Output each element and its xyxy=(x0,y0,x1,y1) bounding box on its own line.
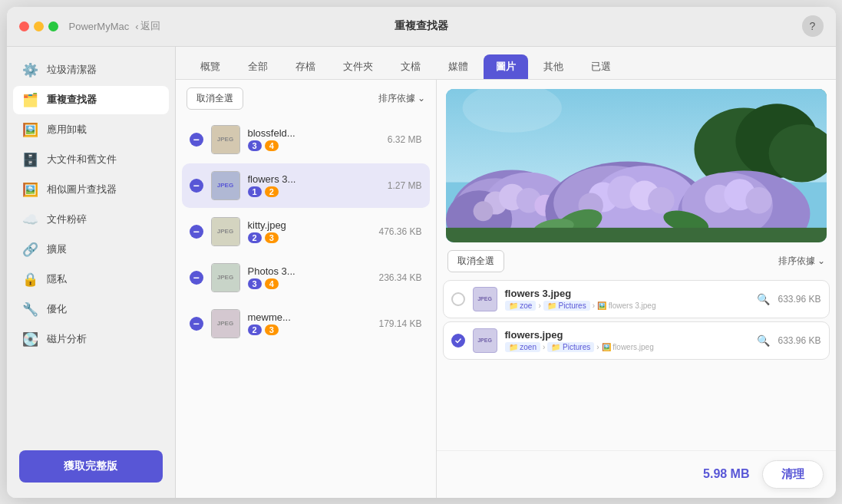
get-full-version-button[interactable]: 獲取完整版 xyxy=(19,450,163,483)
path-folder-icon: 📁 zoe xyxy=(505,301,537,311)
deselect-item-button[interactable]: − xyxy=(190,317,203,331)
detail-file-path: 📁 zoe › 📁 Pictures › 🖼️ flowers 3.jpeg xyxy=(505,301,750,311)
file-badges: 3 4 xyxy=(248,140,380,151)
minimize-button[interactable] xyxy=(34,21,44,31)
sidebar-item-label: 隱私 xyxy=(47,272,67,286)
tab-all[interactable]: 全部 xyxy=(236,54,280,79)
sidebar-item-duplicate[interactable]: 🗂️ 重複查找器 xyxy=(13,86,169,114)
detail-file-info: flowers.jpeg 📁 zoen › 📁 Pictures › 🖼️ fl… xyxy=(505,329,750,352)
tab-selected[interactable]: 已選 xyxy=(579,54,623,79)
detail-file-info: flowers 3.jpeg 📁 zoe › 📁 Pictures › 🖼️ f… xyxy=(505,288,750,311)
file-thumbnail: JPEG xyxy=(211,217,240,246)
badge-count: 2 xyxy=(248,232,262,243)
sidebar: ⚙️ 垃圾清潔器 🗂️ 重複查找器 🖼️ 應用卸載 🗄️ 大文件和舊文件 🖼️ … xyxy=(7,47,176,498)
detail-file-name: flowers 3.jpeg xyxy=(505,288,750,299)
traffic-lights xyxy=(19,21,58,31)
file-badges: 2 3 xyxy=(248,232,371,243)
detail-file-path: 📁 zoen › 📁 Pictures › 🖼️ flowers.jpeg xyxy=(505,342,750,352)
preview-image xyxy=(446,89,827,242)
list-item[interactable]: − JPEG mewme... 2 3 179. xyxy=(182,301,430,346)
detail-list: JPEG flowers 3.jpeg 📁 zoe › 📁 Pictures ›… xyxy=(437,280,836,450)
detail-item[interactable]: JPEG flowers.jpeg 📁 zoen › 📁 Pictures › … xyxy=(443,321,830,360)
sidebar-item-privacy[interactable]: 🔒 隱私 xyxy=(13,265,169,294)
detail-checkbox[interactable] xyxy=(451,292,465,306)
sidebar-item-trash[interactable]: ⚙️ 垃圾清潔器 xyxy=(13,56,169,84)
preview-footer: 5.98 MB 清理 xyxy=(437,450,836,498)
path-file: 🖼️ flowers.jpeg xyxy=(602,343,654,351)
sidebar-item-extensions[interactable]: 🔗 擴展 xyxy=(13,236,169,264)
badge-count: 2 xyxy=(248,324,262,335)
help-button[interactable]: ? xyxy=(802,15,824,37)
tab-archive[interactable]: 存檔 xyxy=(283,54,328,79)
tab-doc[interactable]: 文檔 xyxy=(388,54,433,79)
detail-checkbox[interactable] xyxy=(451,334,465,348)
detail-file-size: 633.96 KB xyxy=(778,335,821,346)
tab-folder[interactable]: 文件夾 xyxy=(331,54,385,79)
deselect-all-button[interactable]: 取消全選 xyxy=(187,87,243,110)
deselect-item-button[interactable]: − xyxy=(190,225,203,239)
list-item[interactable]: − JPEG kitty.jpeg 2 3 47 xyxy=(182,209,430,254)
sort-button[interactable]: 排序依據 ⌄ xyxy=(378,92,425,105)
path-file: 🖼️ flowers 3.jpeg xyxy=(597,301,655,310)
duplicate-icon: 🗂️ xyxy=(22,92,39,108)
shred-icon: ☁️ xyxy=(22,212,39,228)
file-badges: 3 4 xyxy=(248,278,371,289)
sidebar-item-optimize[interactable]: 🔧 優化 xyxy=(13,295,169,324)
detail-item[interactable]: JPEG flowers 3.jpeg 📁 zoe › 📁 Pictures ›… xyxy=(443,280,830,318)
deselect-item-button[interactable]: − xyxy=(190,271,203,285)
file-name: blossfeld... xyxy=(248,127,380,139)
tab-other[interactable]: 其他 xyxy=(531,54,576,79)
main-content: ⚙️ 垃圾清潔器 🗂️ 重複查找器 🖼️ 應用卸載 🗄️ 大文件和舊文件 🖼️ … xyxy=(7,47,836,498)
titlebar: PowerMyMac ‹ 返回 重複查找器 ? xyxy=(7,7,836,47)
preview-deselect-all-button[interactable]: 取消全選 xyxy=(447,250,504,272)
file-thumbnail: JPEG xyxy=(211,309,240,338)
detail-file-thumbnail: JPEG xyxy=(473,328,497,353)
magnify-icon[interactable]: 🔍 xyxy=(757,334,770,347)
file-badges: 1 2 xyxy=(248,186,380,197)
file-size: 179.14 KB xyxy=(378,318,421,329)
total-size: 5.98 MB xyxy=(703,467,749,481)
badge-count: 3 xyxy=(248,140,262,151)
file-size: 236.34 KB xyxy=(378,272,421,283)
tab-overview[interactable]: 概覽 xyxy=(188,54,233,79)
svg-point-26 xyxy=(745,187,772,214)
file-size: 1.27 MB xyxy=(388,180,422,191)
preview-sort-button[interactable]: 排序依據 ⌄ xyxy=(778,255,825,268)
file-info: Photos 3... 3 4 xyxy=(248,265,371,289)
sidebar-item-disk[interactable]: 💽 磁片分析 xyxy=(13,325,169,354)
sidebar-item-label: 文件粉碎 xyxy=(47,212,87,226)
deselect-item-button[interactable]: − xyxy=(190,133,203,147)
tab-media[interactable]: 媒體 xyxy=(436,54,480,79)
detail-file-thumbnail: JPEG xyxy=(473,287,497,311)
sidebar-item-large[interactable]: 🗄️ 大文件和舊文件 xyxy=(13,146,169,174)
sidebar-item-shred[interactable]: ☁️ 文件粉碎 xyxy=(13,206,169,234)
list-item[interactable]: − JPEG blossfeld... 3 4 xyxy=(182,117,430,162)
maximize-button[interactable] xyxy=(48,21,58,31)
deselect-item-button[interactable]: − xyxy=(190,179,203,193)
file-badges: 2 3 xyxy=(248,324,371,335)
sidebar-item-label: 大文件和舊文件 xyxy=(47,153,117,166)
sidebar-item-uninstall[interactable]: 🖼️ 應用卸載 xyxy=(13,116,169,144)
file-list: − JPEG blossfeld... 3 4 xyxy=(176,117,436,498)
badge-total: 4 xyxy=(265,278,279,289)
file-size: 476.36 KB xyxy=(378,226,421,237)
badge-total: 3 xyxy=(265,324,279,335)
tab-image[interactable]: 圖片 xyxy=(484,54,528,79)
sidebar-item-label: 相似圖片查找器 xyxy=(47,183,117,196)
detail-file-size: 633.96 KB xyxy=(778,294,821,305)
clean-button[interactable]: 清理 xyxy=(762,460,824,489)
uninstall-icon: 🖼️ xyxy=(22,122,39,138)
magnify-icon[interactable]: 🔍 xyxy=(757,293,770,305)
list-item[interactable]: − JPEG flowers 3... 1 2 xyxy=(182,163,430,208)
back-button[interactable]: ‹ 返回 xyxy=(135,19,160,33)
file-info: blossfeld... 3 4 xyxy=(248,127,380,151)
file-thumbnail: JPEG xyxy=(211,263,240,292)
sidebar-item-label: 磁片分析 xyxy=(47,332,87,346)
path-pictures-folder: 📁 Pictures xyxy=(547,342,594,352)
close-button[interactable] xyxy=(19,21,29,31)
badge-total: 3 xyxy=(265,232,279,243)
path-folder-icon: 📁 zoen xyxy=(505,342,540,352)
file-size: 6.32 MB xyxy=(388,134,422,145)
list-item[interactable]: − JPEG Photos 3... 3 4 2 xyxy=(182,255,430,300)
sidebar-item-similar[interactable]: 🖼️ 相似圖片查找器 xyxy=(13,176,169,204)
